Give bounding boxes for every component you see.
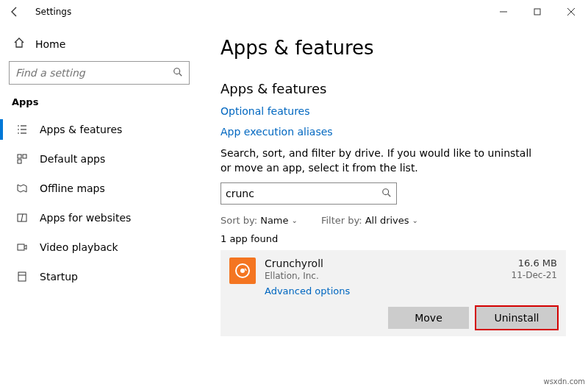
advanced-options-link[interactable]: Advanced options [265, 285, 503, 297]
sidebar-item-label: Apps for websites [40, 212, 131, 224]
sidebar-item-default-apps[interactable]: Default apps [9, 144, 190, 174]
list-icon [16, 124, 28, 135]
svg-rect-17 [18, 272, 26, 281]
home-label: Home [35, 38, 65, 50]
search-icon [381, 187, 392, 201]
watermark: wsxdn.com [543, 377, 585, 386]
svg-rect-1 [534, 9, 540, 15]
chevron-down-icon: ⌄ [292, 216, 298, 224]
filter-value: All drives [365, 215, 409, 226]
svg-line-5 [179, 73, 182, 76]
svg-rect-13 [23, 155, 26, 158]
sidebar-item-label: Video playback [40, 241, 118, 253]
sidebar-item-label: Offline maps [40, 182, 105, 194]
close-button[interactable] [554, 0, 588, 24]
home-nav[interactable]: Home [9, 31, 190, 61]
sidebar-item-offline-maps[interactable]: Offline maps [9, 174, 190, 203]
app-search[interactable] [220, 182, 397, 205]
app-publisher: Ellation, Inc. [265, 271, 503, 281]
filter-label: Filter by: [321, 215, 362, 226]
sidebar-item-label: Startup [40, 271, 78, 283]
sidebar-item-label: Apps & features [40, 124, 122, 135]
sidebar: Home Apps Apps & features Default apps [0, 24, 198, 387]
sidebar-item-startup[interactable]: Startup [9, 262, 190, 291]
app-date: 11-Dec-21 [512, 270, 557, 280]
svg-line-20 [388, 194, 391, 196]
minimize-button[interactable] [487, 0, 520, 24]
websites-icon [16, 212, 28, 224]
sidebar-item-video-playback[interactable]: Video playback [9, 232, 190, 262]
app-execution-aliases-link[interactable]: App execution aliases [220, 126, 566, 138]
results-count: 1 app found [220, 233, 566, 244]
maximize-button[interactable] [520, 0, 554, 24]
search-icon [173, 66, 183, 80]
svg-point-4 [174, 68, 180, 74]
window-title: Settings [35, 7, 71, 17]
default-apps-icon [16, 153, 28, 165]
app-size: 16.6 MB [512, 258, 557, 269]
svg-rect-12 [18, 155, 21, 158]
help-text: Search, sort, and filter by drive. If yo… [220, 146, 537, 175]
app-list-item[interactable]: Crunchyroll Ellation, Inc. Advanced opti… [220, 250, 566, 336]
sort-value: Name [260, 215, 288, 226]
app-search-input[interactable] [226, 188, 381, 199]
section-heading: Apps & features [220, 81, 566, 96]
svg-rect-14 [18, 160, 21, 163]
settings-search-input[interactable] [15, 67, 173, 79]
chevron-down-icon: ⌄ [412, 216, 418, 224]
move-button[interactable]: Move [388, 307, 469, 329]
svg-rect-16 [18, 244, 24, 250]
optional-features-link[interactable]: Optional features [220, 105, 566, 117]
video-icon [16, 241, 28, 253]
startup-icon [16, 271, 28, 283]
main-panel: Apps & features Apps & features Optional… [198, 24, 588, 387]
map-icon [16, 182, 28, 194]
svg-point-19 [383, 188, 389, 194]
back-button[interactable] [0, 0, 29, 24]
uninstall-button[interactable]: Uninstall [476, 307, 557, 329]
home-icon [13, 37, 25, 51]
app-icon [229, 258, 256, 284]
sidebar-item-apps-features[interactable]: Apps & features [9, 115, 190, 144]
sidebar-section: Apps [12, 96, 190, 107]
sort-by-dropdown[interactable]: Sort by: Name ⌄ [220, 215, 298, 226]
page-title: Apps & features [220, 37, 566, 59]
sidebar-item-apps-websites[interactable]: Apps for websites [9, 203, 190, 232]
filter-by-dropdown[interactable]: Filter by: All drives ⌄ [321, 215, 418, 226]
sidebar-item-label: Default apps [40, 153, 105, 165]
sort-label: Sort by: [220, 215, 257, 226]
titlebar: Settings [0, 0, 588, 24]
svg-point-22 [240, 269, 245, 273]
settings-search[interactable] [9, 61, 190, 85]
app-name: Crunchyroll [265, 258, 503, 269]
